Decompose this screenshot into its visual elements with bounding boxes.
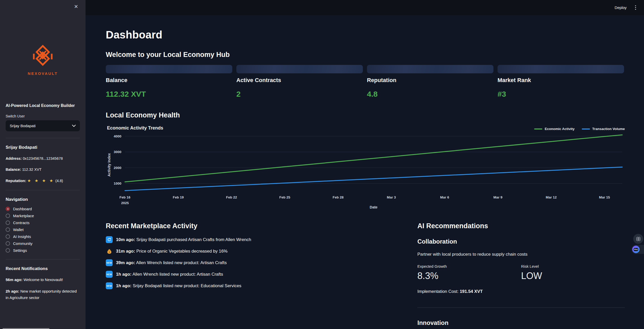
sidebar-item-dashboard[interactable]: Dashboard (6, 207, 80, 211)
profile-balance: Balance: 112.32 XVT (6, 167, 80, 172)
activity-item: 10m ago: Srijay Bodapati purchased Artis… (106, 236, 402, 243)
activity-trends-chart[interactable]: 1000200030004000Feb 162025Feb 19Feb 22Fe… (106, 132, 625, 209)
ai-recommendations-section: AI Recommendations Collaboration Partner… (417, 222, 625, 329)
user-select-value: Srijay Bodapati (10, 124, 36, 128)
svg-text:Mar 12: Mar 12 (546, 195, 557, 199)
svg-text:Mar 3: Mar 3 (387, 195, 396, 199)
chart-title: Economic Activity Trends (107, 125, 163, 131)
svg-text:Feb 16: Feb 16 (120, 195, 131, 199)
divider (417, 307, 625, 308)
activity-item: $ 31m ago: Price of Organic Vegetables d… (106, 248, 402, 255)
notifications-title: Recent Notifications (6, 266, 80, 271)
radio-icon (6, 227, 10, 232)
recommendation-description: Partner with local producers to reduce s… (417, 252, 625, 257)
legend-swatch (582, 128, 590, 129)
implementation-cost: Implementation Cost: 191.54 XVT (417, 289, 625, 294)
svg-text:Feb 25: Feb 25 (279, 195, 290, 199)
metric-card-bar (236, 65, 363, 73)
marketplace-activity-section: Recent Marketplace Activity 10m ago: Sri… (106, 222, 402, 329)
recommendation-heading: Innovation (417, 319, 625, 326)
legend-item[interactable]: Transaction Volume (582, 127, 625, 131)
assistant-button[interactable] (631, 245, 644, 254)
sidebar: × NEXOVAULT AI-Powered Local Economy Bui… (0, 0, 86, 329)
money-bag-icon: $ (106, 248, 113, 255)
svg-text:Feb 28: Feb 28 (333, 195, 344, 199)
svg-text:Mar 9: Mar 9 (493, 195, 502, 199)
svg-text:2000: 2000 (114, 166, 121, 170)
metric-balance: Balance 112.32 XVT (106, 65, 232, 98)
svg-text:2025: 2025 (121, 201, 129, 205)
radio-icon (6, 221, 10, 225)
ai-heading: AI Recommendations (417, 222, 625, 230)
logo: NEXOVAULT (0, 0, 86, 76)
radio-selected-icon (6, 207, 10, 211)
overflow-menu-icon[interactable] (631, 3, 640, 12)
svg-text:Mar 15: Mar 15 (599, 195, 610, 199)
four-circles-icon (636, 236, 641, 242)
apps-launcher-button[interactable] (633, 234, 643, 244)
radio-icon (6, 241, 10, 246)
svg-text:Date: Date (370, 205, 378, 209)
radio-icon (6, 248, 10, 253)
svg-text:Feb 22: Feb 22 (226, 195, 237, 199)
sidebar-item-contracts[interactable]: Contracts (6, 221, 80, 225)
svg-text:Activity Index: Activity Index (107, 153, 111, 176)
notification-item: 2h ago: New market opportunity detected … (6, 288, 80, 301)
metric-active-contracts: Active Contracts 2 (236, 65, 363, 98)
svg-text:3000: 3000 (114, 150, 121, 154)
new-badge-icon: NEW (106, 282, 113, 289)
app-window: × NEXOVAULT AI-Powered Local Economy Bui… (0, 0, 644, 329)
notification-item: 56m ago: Welcome to Nexovault! (6, 276, 80, 283)
svg-text:Feb 19: Feb 19 (173, 195, 184, 199)
profile-address: Address: 0x12345678...12345678 (6, 156, 80, 161)
svg-text:Mar 6: Mar 6 (440, 195, 449, 199)
rating-value: (4.8) (55, 179, 63, 183)
radio-icon (6, 234, 10, 239)
svg-text:4000: 4000 (114, 134, 121, 138)
legend-swatch (534, 128, 542, 129)
new-badge-icon: NEW (106, 259, 113, 266)
nexovault-logo-icon (31, 43, 55, 67)
deploy-button[interactable]: Deploy (612, 4, 629, 11)
profile-reputation: Reputation: ★ ★ ★ ★ (4.8) (6, 178, 80, 184)
chart-legend: Economic ActivityTransaction Volume (534, 127, 625, 131)
divider (6, 259, 80, 260)
sidebar-item-settings[interactable]: Settings (6, 248, 80, 253)
legend-item[interactable]: Economic Activity (534, 127, 575, 131)
radio-icon (6, 214, 10, 218)
sidebar-close-icon[interactable]: × (72, 2, 80, 11)
legend-label: Economic Activity (545, 127, 575, 131)
chevron-down-icon (72, 125, 76, 127)
legend-label: Transaction Volume (592, 127, 625, 131)
profile-name: Srijay Bodapati (6, 145, 80, 150)
sidebar-item-marketplace[interactable]: Marketplace (6, 214, 80, 218)
recommendation-heading: Collaboration (417, 238, 625, 245)
health-heading: Local Economy Health (106, 111, 625, 119)
metric-market-rank: Market Rank #3 (498, 65, 624, 98)
navigation-radio-group: Dashboard Marketplace Contracts Wallet A… (6, 207, 80, 253)
welcome-heading: Welcome to your Local Economy Hub (106, 51, 625, 59)
sidebar-item-wallet[interactable]: Wallet (6, 227, 80, 232)
metrics-row: Balance 112.32 XVT Active Contracts 2 Re… (106, 65, 625, 98)
new-badge-icon: NEW (106, 271, 113, 278)
star-icons: ★ ★ ★ ★ (27, 178, 55, 183)
divider (6, 138, 80, 138)
main-content: Dashboard Welcome to your Local Economy … (86, 15, 644, 329)
activity-heading: Recent Marketplace Activity (106, 222, 402, 230)
metric-card-bar (367, 65, 493, 73)
page-title: Dashboard (106, 29, 625, 41)
sidebar-item-ai-insights[interactable]: AI Insights (6, 234, 80, 239)
app-tagline: AI-Powered Local Economy Builder (6, 103, 80, 108)
activity-item: NEW 1h ago: Allen Wrench listed new prod… (106, 271, 402, 278)
activity-item: NEW 39m ago: Allen Wrench listed new pro… (106, 259, 402, 266)
user-select[interactable]: Srijay Bodapati (6, 120, 80, 131)
robot-icon (632, 246, 640, 253)
svg-text:1000: 1000 (114, 182, 121, 185)
divider (6, 190, 80, 190)
logo-wordmark: NEXOVAULT (0, 71, 86, 76)
expected-growth-metric: Expected Growth 8.3% (417, 264, 521, 281)
sidebar-item-community[interactable]: Community (6, 241, 80, 246)
metric-reputation: Reputation 4.8 (367, 65, 493, 98)
svg-text:$: $ (109, 251, 110, 253)
metric-card-bar (498, 65, 624, 73)
